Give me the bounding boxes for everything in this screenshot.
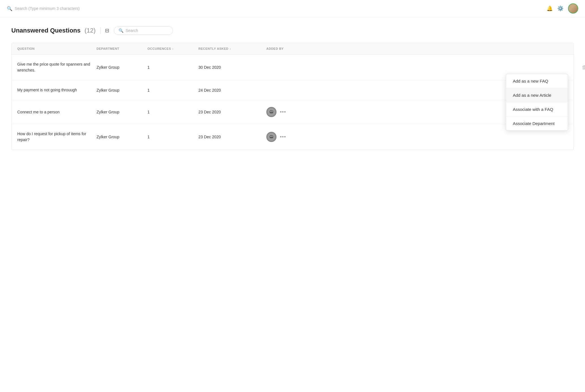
cell-question: Connect me to a person bbox=[17, 109, 97, 115]
cell-occurrences: 1 bbox=[147, 135, 198, 139]
cell-occurrences: 1 bbox=[147, 88, 198, 92]
count-badge: (12) bbox=[85, 27, 96, 34]
svg-rect-2 bbox=[270, 111, 271, 112]
top-nav: 🔍 Search (Type minimum 3 characters) 🔔 ⚙… bbox=[0, 0, 585, 17]
cell-occurrences: 1 bbox=[147, 65, 198, 70]
filter-icon[interactable]: ⊟ bbox=[105, 27, 109, 34]
cell-recently-asked: 23 Dec 2020 bbox=[198, 110, 266, 114]
page-title: Unanswered Questions (12) bbox=[11, 27, 96, 34]
sort-occurrences-icon: ↕ bbox=[172, 47, 174, 50]
more-options-icon[interactable]: ••• bbox=[280, 134, 286, 140]
menu-item-add-article[interactable]: Add as a new Article bbox=[506, 88, 568, 102]
cell-occurrences: 1 bbox=[147, 110, 198, 114]
cell-added-by: ••• bbox=[266, 132, 317, 142]
page-header: Unanswered Questions (12) ⊟ 🔍 bbox=[11, 26, 574, 35]
cell-department: Zylker Group bbox=[97, 88, 147, 92]
search-icon: 🔍 bbox=[7, 6, 12, 11]
svg-rect-9 bbox=[272, 136, 273, 137]
cell-department: Zylker Group bbox=[97, 135, 147, 139]
sort-recently-asked-icon: ↕ bbox=[230, 47, 231, 50]
column-department: DEPARTMENT bbox=[97, 47, 147, 50]
cell-recently-asked: 30 Dec 2020 bbox=[198, 65, 266, 70]
cell-recently-asked: 23 Dec 2020 bbox=[198, 135, 266, 139]
nav-actions: 🔔 ⚙️ bbox=[547, 3, 578, 14]
column-added-by: ADDED BY bbox=[266, 47, 317, 50]
global-search-placeholder: Search (Type minimum 3 characters) bbox=[15, 6, 80, 11]
table-header: QUESTION DEPARTMENT OCCURENCES ↕ RECENTL… bbox=[12, 43, 573, 55]
main-content: Unanswered Questions (12) ⊟ 🔍 QUESTION D… bbox=[0, 17, 585, 159]
menu-item-associate-faq[interactable]: Associate with a FAQ bbox=[506, 102, 568, 117]
bot-avatar bbox=[266, 107, 277, 117]
svg-point-11 bbox=[271, 134, 271, 135]
settings-icon[interactable]: ⚙️ bbox=[557, 5, 563, 12]
svg-rect-8 bbox=[270, 136, 271, 137]
menu-item-associate-department[interactable]: Associate Department bbox=[506, 117, 568, 130]
search-container[interactable]: 🔍 bbox=[114, 26, 173, 35]
svg-rect-7 bbox=[270, 135, 273, 138]
questions-table: QUESTION DEPARTMENT OCCURENCES ↕ RECENTL… bbox=[11, 43, 574, 150]
svg-rect-1 bbox=[270, 111, 273, 113]
context-dropdown-menu: Add as a new FAQ Add as a new Article As… bbox=[506, 74, 568, 131]
notification-icon[interactable]: 🔔 bbox=[547, 5, 553, 12]
bot-avatar bbox=[266, 132, 277, 142]
svg-rect-3 bbox=[272, 111, 273, 112]
trash-icon[interactable]: 🗑 bbox=[582, 64, 585, 70]
svg-point-5 bbox=[271, 109, 271, 110]
cell-question: My payment is not going throuugh bbox=[17, 87, 97, 93]
more-options-icon[interactable]: ••• bbox=[280, 109, 286, 115]
menu-item-add-faq[interactable]: Add as a new FAQ bbox=[506, 74, 568, 88]
cell-department: Zylker Group bbox=[97, 65, 147, 70]
table-row: Connect me to a person Zylker Group 1 23… bbox=[12, 100, 573, 124]
search-input-icon: 🔍 bbox=[119, 28, 123, 33]
cell-recently-asked: 24 Dec 2020 bbox=[198, 88, 266, 92]
column-recently-asked[interactable]: RECENTLY ASKED ↕ bbox=[198, 47, 266, 50]
search-input[interactable] bbox=[126, 28, 168, 33]
divider bbox=[100, 27, 100, 34]
table-row: Give me the price quote for spanners and… bbox=[12, 55, 573, 80]
table-row: My payment is not going throuugh Zylker … bbox=[12, 80, 573, 100]
column-occurrences[interactable]: OCCURENCES ↕ bbox=[147, 47, 198, 50]
table-row: How do I request for pickup of items for… bbox=[12, 124, 573, 150]
column-question: QUESTION bbox=[17, 47, 97, 50]
global-search[interactable]: 🔍 Search (Type minimum 3 characters) bbox=[7, 6, 80, 11]
cell-question: Give me the price quote for spanners and… bbox=[17, 61, 97, 73]
cell-question: How do I request for pickup of items for… bbox=[17, 131, 97, 143]
cell-department: Zylker Group bbox=[97, 110, 147, 114]
cell-added-by: ••• bbox=[266, 107, 317, 117]
user-avatar[interactable] bbox=[568, 3, 578, 14]
